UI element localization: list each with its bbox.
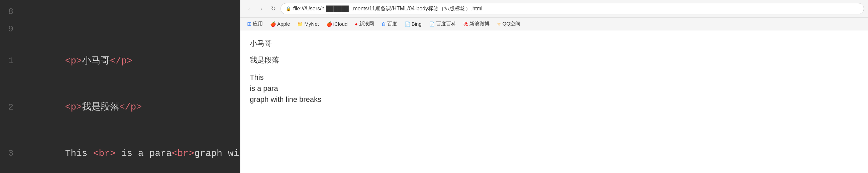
- line-number: 9: [0, 22, 20, 36]
- baidu-icon: 百: [381, 21, 386, 27]
- code-text: <p>我是段落</p>: [20, 85, 142, 130]
- bookmark-label: 新浪网: [359, 21, 374, 27]
- code-editor: 8 9 1 <p>小马哥</p> 2 <p>我是段落</p> 3 This <b…: [0, 0, 240, 173]
- back-button[interactable]: ‹: [244, 4, 254, 13]
- tag-close-p: </p>: [110, 56, 132, 66]
- tag-open-p: <p>: [65, 56, 82, 66]
- code-content: This: [65, 148, 93, 159]
- bookmark-label: QQ空间: [502, 21, 520, 27]
- bookmark-baidu[interactable]: 百 百度: [379, 20, 400, 28]
- br-line-3: graph with line breaks: [250, 95, 321, 104]
- bookmark-label: 百度百科: [436, 21, 456, 27]
- bing-icon: 📄: [405, 22, 410, 27]
- tag-close-p: </p>: [119, 102, 142, 112]
- apple-icon: 🍎: [270, 22, 276, 27]
- browser-content: 小马哥 我是段落 This is a para graph with line …: [240, 30, 868, 173]
- browser-nav-bar: ‹ › ↻ 🔒 file:///Users/n ██████...ments/1…: [240, 0, 868, 18]
- bookmark-sina[interactable]: ● 新浪网: [352, 20, 376, 28]
- bookmark-label: MyNet: [304, 21, 319, 27]
- tag-br: <br>: [172, 148, 194, 159]
- bookmark-label: 应用: [253, 21, 263, 27]
- line-number: 3: [0, 147, 20, 161]
- bookmark-label: Apple: [277, 21, 290, 27]
- code-line-1: 1 <p>小马哥</p>: [0, 38, 240, 84]
- bookmark-qq[interactable]: ☆ QQ空间: [494, 20, 523, 28]
- weibo-icon: 微: [463, 21, 468, 27]
- bookmark-label: Bing: [412, 21, 422, 27]
- refresh-button[interactable]: ↻: [269, 4, 278, 13]
- bookmark-weibo[interactable]: 微 新浪微博: [461, 20, 492, 28]
- bookmark-label: 百度: [387, 21, 397, 27]
- bookmarks-bar: ⊞ 应用 🍎 Apple 📁 MyNet 🍎 iCloud ● 新浪网 百 百: [240, 18, 868, 30]
- br-line-1: This: [250, 73, 264, 81]
- tag-br: <br>: [93, 148, 115, 159]
- page-para-1: 小马哥: [250, 38, 859, 48]
- tag-open-p: <p>: [65, 102, 82, 112]
- bookmark-bing[interactable]: 📄 Bing: [402, 20, 424, 28]
- bookmark-baike[interactable]: 📄 百度百科: [426, 20, 459, 28]
- baike-icon: 📄: [429, 22, 435, 27]
- code-text: <p>小马哥</p>: [20, 39, 132, 83]
- folder-icon: 📁: [297, 22, 303, 27]
- bookmark-apps[interactable]: ⊞ 应用: [244, 20, 266, 28]
- forward-button[interactable]: ›: [256, 4, 266, 13]
- code-content: 我是段落: [82, 102, 119, 112]
- qq-icon: ☆: [497, 22, 501, 27]
- editor-content: 8 9 1 <p>小马哥</p> 2 <p>我是段落</p> 3 This <b…: [0, 0, 240, 173]
- browser-toolbar: ‹ › ↻ 🔒 file:///Users/n ██████...ments/1…: [240, 0, 868, 30]
- security-icon: 🔒: [285, 6, 291, 11]
- page-para-br: This is a para graph with line breaks: [250, 72, 859, 105]
- bookmark-icloud[interactable]: 🍎 iCloud: [324, 20, 350, 28]
- icloud-icon: 🍎: [326, 22, 332, 27]
- code-line-9: 9: [0, 21, 240, 38]
- address-bar[interactable]: 🔒 file:///Users/n ██████...ments/11期备课/H…: [281, 3, 864, 14]
- bookmark-mynet[interactable]: 📁 MyNet: [294, 20, 321, 28]
- bookmark-label: iCloud: [333, 21, 348, 27]
- browser-panel: ‹ › ↻ 🔒 file:///Users/n ██████...ments/1…: [240, 0, 868, 173]
- bookmark-label: 新浪微博: [469, 21, 490, 27]
- line-number: 1: [0, 54, 20, 68]
- page-para-2: 我是段落: [250, 55, 859, 65]
- sina-icon: ●: [355, 22, 358, 27]
- code-line-3: 3 This <br> is a para<br>graph with line…: [0, 131, 240, 173]
- code-content: is a para: [116, 148, 172, 159]
- code-content: 小马哥: [82, 56, 110, 66]
- code-line-2: 2 <p>我是段落</p>: [0, 84, 240, 130]
- apps-icon: ⊞: [247, 21, 251, 27]
- line-number: 8: [0, 5, 20, 19]
- line-number: 2: [0, 101, 20, 114]
- code-line-8: 8: [0, 3, 240, 21]
- address-text: file:///Users/n ██████...ments/11期备课/HTM…: [293, 5, 859, 12]
- br-line-2: is a para: [250, 84, 278, 93]
- bookmark-apple[interactable]: 🍎 Apple: [268, 20, 292, 28]
